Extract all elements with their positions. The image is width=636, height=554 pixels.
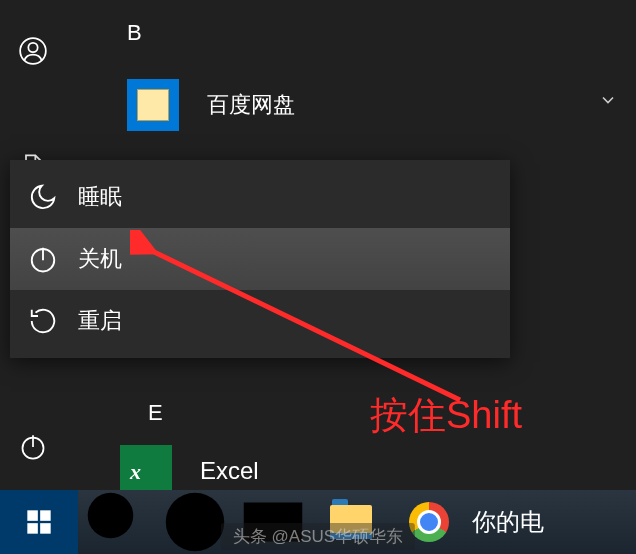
svg-rect-9: [27, 523, 37, 534]
section-header-e[interactable]: E: [148, 400, 163, 426]
annotation-text: 按住Shift: [370, 390, 522, 441]
svg-point-1: [28, 43, 37, 52]
power-off-icon: [28, 244, 58, 274]
start-button[interactable]: [0, 490, 78, 554]
chevron-down-icon[interactable]: [598, 90, 618, 114]
start-menu: B 百度网盘 睡眠 关机 重启 E Excel 按住Shift: [0, 0, 636, 490]
apps-list: B 百度网盘: [115, 20, 626, 139]
search-button[interactable]: [78, 490, 156, 554]
svg-point-11: [88, 493, 134, 539]
power-restart[interactable]: 重启: [10, 290, 510, 352]
section-header-b[interactable]: B: [127, 20, 626, 46]
power-label: 睡眠: [78, 182, 122, 212]
svg-rect-7: [27, 510, 37, 520]
power-menu: 睡眠 关机 重启: [10, 160, 510, 358]
app-label: Excel: [200, 457, 259, 485]
svg-rect-8: [40, 510, 50, 520]
svg-line-12: [127, 532, 147, 552]
svg-rect-10: [40, 523, 50, 534]
power-sleep[interactable]: 睡眠: [10, 166, 510, 228]
taskbar-text: 你的电: [472, 506, 544, 538]
chrome-icon: [409, 502, 449, 542]
baidu-folder-icon: [127, 79, 179, 131]
watermark: 头条 @ASUS华硕华东: [221, 523, 415, 550]
moon-icon: [28, 182, 58, 212]
restart-icon: [28, 306, 58, 336]
app-item-baidu[interactable]: 百度网盘: [115, 71, 626, 139]
windows-icon: [25, 508, 53, 536]
app-label: 百度网盘: [207, 90, 295, 120]
search-icon: [78, 483, 156, 554]
svg-point-13: [166, 493, 225, 552]
power-label: 关机: [78, 244, 122, 274]
power-label: 重启: [78, 306, 122, 336]
user-account-icon[interactable]: [0, 18, 66, 84]
power-shutdown[interactable]: 关机: [10, 228, 510, 290]
power-icon[interactable]: [0, 414, 66, 480]
